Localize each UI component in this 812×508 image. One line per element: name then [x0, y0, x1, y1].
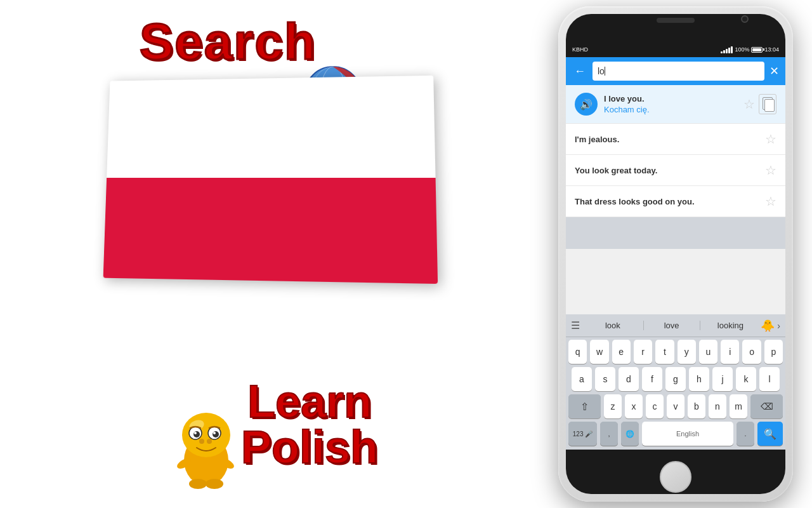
speaker-icon: 🔊	[580, 98, 593, 110]
key-f[interactable]: f	[642, 367, 662, 391]
result-english-2: I'm jealous.	[575, 135, 765, 144]
result-item-2[interactable]: I'm jealous. ☆	[566, 124, 785, 155]
key-a[interactable]: a	[572, 367, 592, 391]
search-input[interactable]: lo	[593, 62, 764, 81]
numbers-key[interactable]: 123 🎤	[568, 422, 597, 446]
chevron-right-icon[interactable]: ›	[777, 321, 780, 331]
keyboard-rows: q w e r t y u i o p a	[566, 337, 785, 450]
key-q[interactable]: q	[568, 340, 587, 364]
result-english-1: I love you.	[604, 94, 743, 104]
key-r[interactable]: r	[634, 340, 652, 364]
search-key[interactable]: 🔍	[757, 422, 783, 446]
key-h[interactable]: h	[689, 367, 709, 391]
left-section: Search Learn Polish	[0, 0, 457, 508]
phone-camera	[741, 15, 749, 23]
key-g[interactable]: g	[665, 367, 686, 391]
polish-label: Polish	[241, 424, 378, 470]
globe-key[interactable]: 🌐	[621, 422, 639, 446]
back-button[interactable]: ←	[572, 65, 587, 78]
autocomplete-word-2[interactable]: love	[643, 321, 700, 330]
learn-label: Learn	[241, 378, 378, 424]
result-english-3: You look great today.	[575, 166, 765, 175]
hamburger-icon[interactable]: ☰	[571, 319, 580, 331]
key-i[interactable]: i	[721, 340, 739, 364]
favorite-button-1[interactable]: ☆	[743, 97, 755, 112]
key-t[interactable]: t	[655, 340, 674, 364]
autocomplete-word-3[interactable]: looking	[703, 321, 759, 330]
result-polish-1: Kocham cię.	[604, 105, 743, 114]
shift-key[interactable]: ⇧	[568, 394, 601, 418]
autocomplete-bar: ☰ look love looking 🐥 ›	[566, 314, 785, 337]
svg-point-18	[199, 439, 204, 444]
mascot-character	[171, 400, 241, 489]
battery-icon	[751, 47, 763, 53]
favorite-button-4[interactable]: ☆	[765, 194, 776, 209]
key-c[interactable]: c	[646, 394, 664, 418]
key-b[interactable]: b	[688, 394, 705, 418]
result-item-1[interactable]: 🔊 I love you. Kocham cię. ☆	[566, 85, 785, 124]
key-row-1: q w e r t y u i o p	[568, 340, 783, 364]
battery-percent: 100%	[735, 46, 749, 53]
svg-point-22	[189, 479, 207, 489]
key-e[interactable]: e	[612, 340, 631, 364]
grey-gap	[566, 217, 785, 249]
key-o[interactable]: o	[742, 340, 761, 364]
flag-white-stripe	[107, 76, 435, 178]
favorite-button-2[interactable]: ☆	[765, 131, 776, 147]
copy-button-1[interactable]	[759, 94, 776, 114]
learn-polish-text: Learn Polish	[241, 378, 378, 470]
search-query: lo	[598, 66, 605, 76]
key-s[interactable]: s	[595, 367, 615, 391]
phone-container: KBHD 100% 13:04	[558, 6, 793, 502]
key-j[interactable]: j	[712, 367, 733, 391]
key-row-3: ⇧ z x c v b n m ⌫	[568, 394, 783, 418]
svg-point-17	[213, 432, 216, 434]
period-key[interactable]: .	[737, 422, 754, 446]
time-display: 13:04	[764, 46, 779, 53]
key-n[interactable]: n	[709, 394, 726, 418]
key-w[interactable]: w	[590, 340, 608, 364]
status-right: 100% 13:04	[721, 46, 779, 53]
space-key[interactable]: English	[642, 422, 733, 446]
autocomplete-word-1[interactable]: look	[585, 321, 641, 330]
svg-point-14	[194, 432, 197, 434]
home-button[interactable]	[660, 461, 691, 493]
search-bar[interactable]: ← lo ✕	[566, 57, 785, 85]
text-cursor	[605, 67, 605, 76]
key-y[interactable]: y	[678, 340, 696, 364]
key-row-2: a s d f g h j k l	[568, 367, 783, 391]
flag-red-stripe	[103, 178, 438, 284]
key-u[interactable]: u	[699, 340, 717, 364]
results-list: 🔊 I love you. Kocham cię. ☆	[566, 85, 785, 217]
comma-key[interactable]: ,	[600, 422, 618, 446]
result-item-4[interactable]: That dress looks good on you. ☆	[566, 186, 785, 217]
polish-flag	[103, 76, 438, 284]
result-item-3[interactable]: You look great today. ☆	[566, 155, 785, 186]
phone-outer: KBHD 100% 13:04	[558, 6, 793, 502]
key-l[interactable]: l	[759, 367, 780, 391]
key-row-bottom: 123 🎤 , 🌐 English . 🔍	[568, 422, 783, 446]
key-x[interactable]: x	[625, 394, 643, 418]
phone-screen-area: KBHD 100% 13:04	[566, 14, 785, 494]
key-d[interactable]: d	[619, 367, 639, 391]
key-m[interactable]: m	[730, 394, 747, 418]
svg-point-13	[193, 431, 200, 438]
search-title: Search	[140, 13, 317, 71]
emoji-icon[interactable]: 🐥	[761, 319, 775, 333]
key-z[interactable]: z	[604, 394, 622, 418]
clear-button[interactable]: ✕	[769, 64, 779, 78]
key-k[interactable]: k	[736, 367, 756, 391]
key-v[interactable]: v	[667, 394, 684, 418]
signal-icon	[721, 46, 733, 53]
svg-point-16	[213, 431, 219, 438]
sound-button-1[interactable]: 🔊	[575, 93, 598, 116]
key-p[interactable]: p	[764, 340, 783, 364]
status-bar: KBHD 100% 13:04	[566, 42, 785, 57]
favorite-button-3[interactable]: ☆	[765, 163, 776, 178]
keyboard[interactable]: ☰ look love looking 🐥 › q w e r	[566, 314, 785, 450]
svg-point-23	[206, 479, 223, 489]
backspace-key[interactable]: ⌫	[750, 394, 783, 418]
app-screen: KBHD 100% 13:04	[566, 42, 785, 450]
svg-point-19	[207, 439, 212, 444]
phone-speaker	[657, 18, 695, 23]
